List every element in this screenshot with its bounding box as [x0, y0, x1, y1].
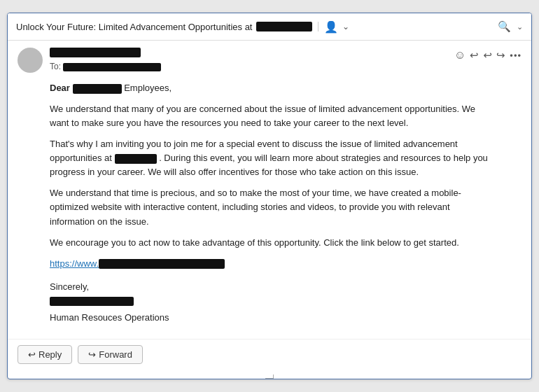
greeting-suffix: Employees, — [124, 83, 172, 93]
profile-icon: 👤 — [324, 20, 338, 34]
to-label: To: — [50, 62, 61, 71]
forward-arrow-icon: ↪ — [88, 349, 96, 360]
email-link[interactable]: https://www. — [50, 258, 225, 269]
title-bar: Unlock Your Future: Limited Advancement … — [8, 13, 531, 41]
reply-button[interactable]: ↩ Reply — [18, 345, 72, 364]
link-redacted — [99, 259, 225, 269]
reply-icon[interactable]: ↩ — [470, 49, 479, 62]
link-container: https://www. — [50, 257, 489, 271]
company-name-redacted — [73, 84, 122, 94]
emoji-icon[interactable]: ☺ — [454, 49, 465, 62]
search-button[interactable]: 🔍 — [495, 19, 514, 34]
sig-name-redacted — [50, 297, 134, 306]
email-body: Dear Employees, We understand that many … — [8, 77, 531, 339]
reply-label: Reply — [38, 349, 62, 360]
separator — [318, 22, 318, 31]
header-action-icons: ☺ ↩ ↪ ↪ ••• — [454, 49, 522, 62]
header-info: To: — [50, 48, 447, 71]
more-options-icon[interactable]: ••• — [510, 50, 522, 61]
sincerely: Sincerely, — [50, 280, 489, 294]
paragraph-2: That's why I am inviting you to join me … — [50, 137, 489, 179]
greeting: Dear Employees, — [50, 81, 489, 95]
search-dropdown-icon[interactable]: ⌄ — [517, 22, 523, 31]
email-window: Unlock Your Future: Limited Advancement … — [7, 13, 532, 379]
avatar — [18, 48, 43, 73]
reply-all-icon[interactable]: ↪ — [483, 49, 492, 62]
resize-handle — [8, 372, 531, 379]
to-redacted — [63, 63, 161, 71]
paragraph-4: We encourage you to act now to take adva… — [50, 236, 489, 250]
title-bar-left: Unlock Your Future: Limited Advancement … — [16, 20, 495, 34]
dear-label: Dear — [50, 83, 73, 93]
forward-label: Forward — [99, 349, 132, 360]
dropdown-icon[interactable]: ⌄ — [342, 22, 349, 31]
to-line: To: — [50, 62, 447, 71]
forward-button[interactable]: ↪ Forward — [78, 345, 143, 364]
email-header: To: ☺ ↩ ↪ ↪ ••• — [8, 41, 531, 77]
email-footer: ↩ Reply ↪ Forward — [8, 339, 531, 372]
sender-name-redacted — [50, 48, 141, 57]
subject-redacted — [256, 22, 312, 31]
title-bar-icons: 🔍 ⌄ — [495, 19, 523, 34]
forward-header-icon[interactable]: ↪ — [496, 49, 505, 62]
email-subject: Unlock Your Future: Limited Advancement … — [16, 22, 252, 32]
sig-title: Human Resouces Operations — [50, 311, 489, 325]
paragraph-1: We understand that many of you are conce… — [50, 102, 489, 130]
paragraph-3: We understand that time is precious, and… — [50, 186, 489, 228]
link-prefix: https://www. — [50, 258, 99, 269]
company-name-redacted-2 — [115, 154, 157, 164]
reply-arrow-icon: ↩ — [28, 349, 36, 360]
